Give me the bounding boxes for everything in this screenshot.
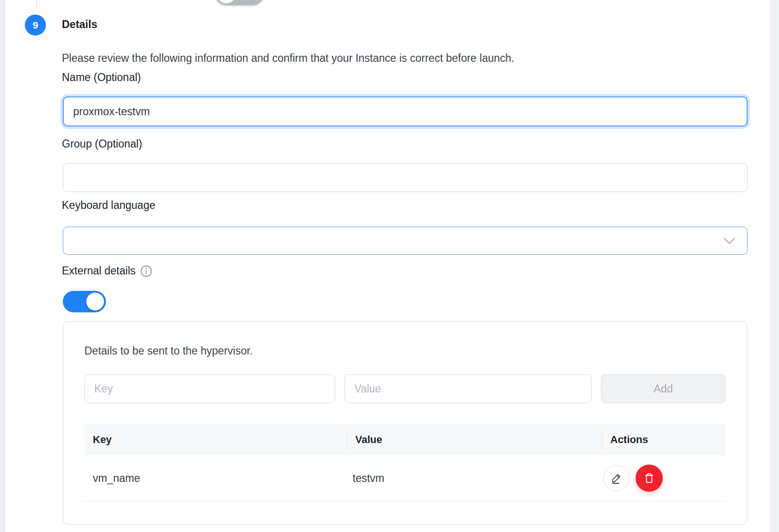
table-header-row: Key Value Actions <box>84 424 726 455</box>
instance-launch-page: { "step": { "number": "9", "title": "Det… <box>0 0 779 532</box>
row-value: testvm <box>344 472 596 485</box>
details-table: Key Value Actions vm_name testvm <box>84 424 726 502</box>
value-input[interactable] <box>345 374 592 403</box>
step-description: Please review the following information … <box>62 52 514 65</box>
previous-step-toggle[interactable] <box>215 0 264 5</box>
name-input[interactable] <box>63 96 748 126</box>
hypervisor-details-panel: Details to be sent to the hypervisor. Ad… <box>63 321 747 525</box>
toggle-knob <box>217 0 236 3</box>
add-button[interactable]: Add <box>601 374 726 403</box>
header-key: Key <box>84 424 347 455</box>
name-label: Name (Optional) <box>62 71 141 84</box>
group-input[interactable] <box>63 163 748 192</box>
table-row: vm_name testvm <box>84 455 726 502</box>
row-key: vm_name <box>84 472 344 485</box>
content-panel: 9 Details Please review the following in… <box>5 0 771 532</box>
external-details-label: External details <box>62 265 135 277</box>
toggle-knob <box>86 293 104 310</box>
edit-button[interactable] <box>603 465 629 491</box>
key-value-add-row: Add <box>84 374 726 403</box>
trash-icon <box>642 471 656 485</box>
header-value: Value <box>347 424 602 455</box>
pencil-icon <box>610 472 623 485</box>
step-number: 9 <box>33 20 38 31</box>
keyboard-language-select[interactable] <box>63 227 748 255</box>
step-connector-line <box>36 0 37 8</box>
group-label: Group (Optional) <box>62 138 142 150</box>
row-actions <box>597 465 726 492</box>
header-actions: Actions <box>602 424 726 455</box>
external-details-toggle[interactable] <box>63 291 106 312</box>
delete-button[interactable] <box>636 465 663 492</box>
panel-description: Details to be sent to the hypervisor. <box>84 345 253 357</box>
external-details-row: External details <box>62 265 152 277</box>
key-input[interactable] <box>84 374 335 403</box>
keyboard-language-label: Keyboard language <box>62 199 156 212</box>
info-icon[interactable] <box>140 265 152 277</box>
step-title: Details <box>62 18 97 31</box>
step-number-badge: 9 <box>25 15 46 36</box>
chevron-down-icon <box>723 237 736 245</box>
